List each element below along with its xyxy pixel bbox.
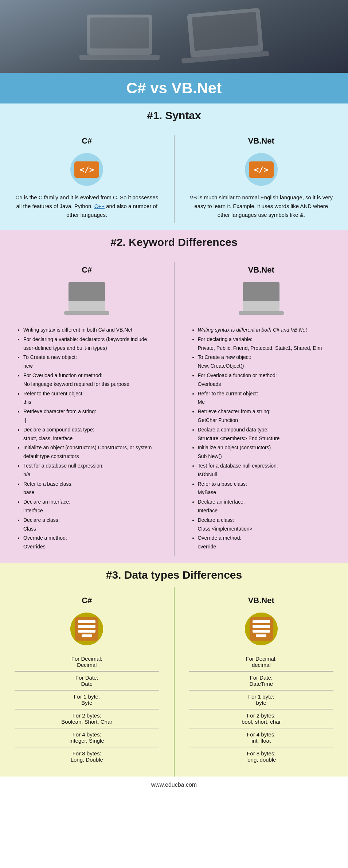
keyword-csharp-laptop-base [69,301,105,311]
keyword-vbnet-laptop-icon [243,282,279,311]
syntax-vbnet-code-icon: </> [249,161,274,178]
keyword-header: #2. Keyword Differences [0,230,348,254]
keyword-vbnet-laptop-foot [239,311,284,315]
keyword-title: #2. Keyword Differences [0,236,348,249]
keyword-vbnet-icon-wrap [189,282,334,318]
syntax-header: #1. Syntax [0,103,348,128]
syntax-csharp-description: C# is the C family and it is evolved fro… [15,193,159,219]
datatype-vbnet-title: VB.Net [248,596,274,605]
list-item: For declaring a variable: declarators (k… [23,335,159,353]
table-row: For 4 bytes:int, float [189,728,334,747]
syntax-csharp-code-icon: </> [74,161,99,178]
datatype-vbnet-icon-circle [245,613,278,645]
syntax-csharp-icon-circle: </> [70,153,103,186]
list-item: Test for a database null expression:IsDb… [198,462,334,479]
keyword-csharp-list: Writing syntax is different in both C# a… [15,326,159,552]
datatype-comparison: C# For Decimal:Decimal For Date:Date For… [0,587,348,777]
list-item: Retrieve character from a string:[] [23,407,159,425]
list-item: Refer to a base class:MyBase [198,480,334,497]
syntax-vbnet-col: VB.Net </> VB is much similar to normal … [175,128,348,230]
datatype-csharp-list-icon [75,617,98,641]
cpp-link[interactable]: C++ [94,203,105,209]
syntax-title: #1. Syntax [0,109,348,122]
list-item: Declare an interface:Interface [198,498,334,515]
table-cell: For 1 byte:Byte [15,690,159,709]
hero-image [0,0,348,73]
table-cell: For Date:Date [15,671,159,690]
datatype-vbnet-list-icon [250,617,273,641]
list-item: For declaring a variable:Private, Public… [198,335,334,353]
table-cell: For Decimal:Decimal [15,653,159,671]
table-cell: For Date:DateTime [189,671,334,690]
datatype-vbnet-table: For Decimal:decimal For Date:DateTime Fo… [189,653,334,766]
keyword-comparison: C# Writing syntax is different in both C… [0,254,348,563]
list-item: Writing syntax is different in both C# a… [23,326,159,335]
table-row: For 2 bytes:Boolean, Short, Char [15,709,159,728]
table-row: For Decimal:Decimal [15,653,159,671]
table-cell: For 4 bytes:integer, Single [15,728,159,747]
datatype-csharp-icon-circle [70,613,103,645]
keyword-vbnet-col: VB.Net Writing syntax is different in bo… [175,254,348,563]
keyword-csharp-laptop-foot [64,311,109,315]
table-cell: For 1 byte:byte [189,690,334,709]
list-item: To Create a new object:New, CreateObject… [198,353,334,371]
list-item: Declare a compound data type:Structure <… [198,426,334,443]
table-row: For 8 bytes:long, double [189,747,334,766]
list-icon-line [78,630,95,633]
syntax-vbnet-title: VB.Net [248,136,274,146]
list-item: Retrieve character from a string:GetChar… [198,407,334,425]
keyword-csharp-title: C# [15,265,159,275]
datatype-title: #3. Data types Differences [0,569,348,581]
list-item: For Overload a function or method:Overlo… [198,371,334,389]
table-cell: For Decimal:decimal [189,653,334,671]
keyword-vbnet-laptop-base [243,301,279,311]
keyword-vbnet-laptop-screen [243,282,279,301]
list-item: Declare an interface:interface [23,498,159,515]
table-row: For 8 bytes:Long, Double [15,747,159,766]
list-icon-line [78,625,95,628]
table-cell: For 8 bytes:Long, Double [15,747,159,766]
list-item: Writing syntax is different in both C# a… [198,326,334,335]
keyword-vbnet-title: VB.Net [189,265,334,275]
table-cell: For 8 bytes:long, double [189,747,334,766]
list-item: Declare a compound data type:struct, cla… [23,426,159,443]
syntax-csharp-title: C# [82,136,92,146]
main-title-bar: C# vs VB.Net [0,73,348,103]
list-icon-line [253,630,270,633]
table-row: For Date:DateTime [189,671,334,690]
hero-banner [0,0,348,73]
list-icon-line [256,634,266,637]
datatype-vbnet-col: VB.Net For Decimal:decimal For Date:Date… [175,587,348,777]
table-row: For Decimal:decimal [189,653,334,671]
footer: www.educba.com [0,777,348,794]
list-item: Initialize an object (constructors) Cons… [23,443,159,461]
table-cell: For 4 bytes:int, float [189,728,334,747]
keyword-csharp-icon-wrap [15,282,159,318]
list-item: Refer to the current object:Me [198,390,334,407]
syntax-csharp-col: C# </> C# is the C family and it is evol… [0,128,174,230]
list-item: Refer to a base class:base [23,480,159,497]
list-item: To Create a new object:new [23,353,159,371]
footer-url: www.educba.com [151,782,197,788]
table-row: For 1 byte:Byte [15,690,159,709]
svg-rect-2 [79,55,160,60]
list-item: Test for a database null expression:n/a [23,462,159,479]
syntax-vbnet-description: VB is much similar to normal English lan… [189,193,334,219]
table-cell: For 2 bytes:Boolean, Short, Char [15,709,159,728]
datatype-csharp-title: C# [82,596,92,605]
list-item: Initialize an object (constructors)Sub N… [198,443,334,461]
list-item: Override a method:override [198,534,334,551]
main-title: C# vs VB.Net [0,79,348,97]
table-row: For 4 bytes:integer, Single [15,728,159,747]
list-item: Refer to the current object:this [23,390,159,407]
list-item: Override a method:Overrides [23,534,159,551]
svg-rect-1 [90,17,149,48]
list-icon-line [78,620,95,623]
datatype-csharp-col: C# For Decimal:Decimal For Date:Date For… [0,587,174,777]
keyword-csharp-col: C# Writing syntax is different in both C… [0,254,174,563]
keyword-vbnet-list: Writing syntax is different in both C# a… [189,326,334,552]
table-row: For Date:Date [15,671,159,690]
list-icon-line [82,634,92,637]
list-item: For Overload a function or method:No lan… [23,371,159,389]
table-row: For 2 bytes:bool, short, char [189,709,334,728]
